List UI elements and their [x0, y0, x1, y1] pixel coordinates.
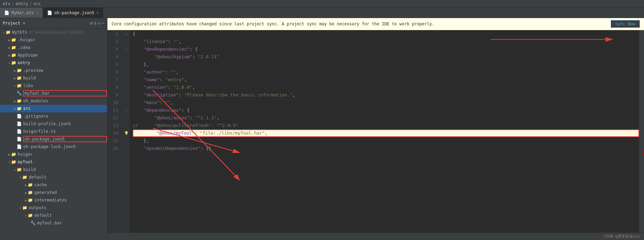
tree-item-libs[interactable]: ▾ 📁 libs: [0, 82, 107, 89]
file-icon-gitignore: 📄: [17, 114, 22, 119]
folder-icon-hvigor: 📁: [11, 37, 16, 42]
breadcrumb-item-ets[interactable]: ets: [3, 1, 10, 6]
locate-icon[interactable]: ⊕: [90, 21, 92, 26]
code-content[interactable]: { "license": "", "devDependencies": {: [130, 30, 639, 232]
sync-now-button[interactable]: Sync Now: [611, 20, 640, 28]
arrow-libs: ▾: [14, 84, 16, 88]
tree-item-cache[interactable]: ▶ 📁 cache: [0, 181, 107, 189]
tree-item-src[interactable]: ▶ 📁 src: [0, 105, 107, 112]
tree-item-mytoolbar[interactable]: 🔧 myTool.bar: [0, 219, 107, 227]
code-line-14: "@ohos/myTool": "file:./libs/myTool.har"…: [133, 129, 639, 137]
arrow-generated: ▶: [25, 191, 27, 195]
fold-2: [123, 38, 130, 45]
tree-item-hvigorfile[interactable]: ▶ 📄 hvigorfile.ts: [0, 128, 107, 135]
tree-item-outputs-default[interactable]: ▾ 📁 default: [0, 212, 107, 219]
key-main: "main": [143, 99, 160, 106]
tree-item-hvigor[interactable]: ▶ 📁 .hvigor: [0, 36, 107, 44]
fold-3[interactable]: ▾: [123, 45, 130, 53]
tree-item-ohpackagelock[interactable]: ▶ 📄 oh-package-lock.json5: [0, 143, 107, 151]
file-icon-buildprofile: 📄: [17, 121, 22, 126]
folder-icon-ohmodules: 📁: [17, 98, 22, 103]
tab-ohpackage-icon: 📄: [47, 10, 52, 15]
file-icon-hvigorfile: 📄: [17, 129, 22, 134]
tree-item-ohpackagejson5[interactable]: ▶ 📄 oh-package.json5: [0, 135, 107, 143]
tree-item-preview[interactable]: ▶ 📁 .preview: [0, 67, 107, 74]
fold-14: 💡: [123, 129, 130, 137]
line-num-15: 15: [107, 137, 120, 145]
code-line-3: "devDependencies": {: [133, 45, 639, 53]
fold-12: [123, 114, 130, 122]
tree-label-build: build: [23, 76, 107, 80]
folder-icon-preview: 📁: [17, 68, 22, 73]
fold-gutter: ▾ ▾ ▾ 💡: [123, 30, 130, 232]
tree-item-ohmodules[interactable]: ▶ 📁 oh_modules: [0, 97, 107, 105]
tree-item-appscope[interactable]: ▶ 📁 AppScope: [0, 51, 107, 59]
tree-label-default: default: [29, 175, 107, 180]
tree-item-mytoolhar[interactable]: 🔧 myTool.har: [0, 89, 107, 97]
tab-myhar-close[interactable]: ✕: [36, 10, 38, 15]
key-mytool: "@ohos/myTool": [157, 129, 195, 137]
fold-16: [123, 145, 130, 152]
arrow-default: ▾: [19, 175, 21, 179]
arrow-outputs: ▾: [19, 206, 21, 210]
folder-icon-idea: 📁: [11, 45, 16, 50]
tree-item-gitignore[interactable]: ▶ 📄 .gitignore: [0, 112, 107, 120]
close-sidebar-icon[interactable]: —: [102, 21, 104, 26]
tree-label-entry: entry: [18, 60, 107, 65]
attribution-text: CSDN @雪芽蓝域zzs: [604, 234, 640, 239]
tab-ohpackage[interactable]: 📄 oh-package.json5 ✕: [43, 8, 103, 18]
arrow-mytool: ▾: [8, 160, 10, 164]
folder-icon-default: 📁: [22, 175, 27, 180]
tree-item-entry[interactable]: ▾ 📁 entry: [0, 59, 107, 67]
arrow-ohmodules: ▶: [14, 99, 16, 103]
tree-item-outputs[interactable]: ▾ 📁 outputs: [0, 204, 107, 212]
tree-item-default[interactable]: ▾ 📁 default: [0, 173, 107, 181]
key-name: "name": [143, 76, 160, 84]
tree-item-hvigor2[interactable]: ▶ 📁 hvigor: [0, 151, 107, 158]
folder-icon-build: 📁: [17, 76, 22, 80]
breadcrumb-item-src[interactable]: src: [33, 1, 41, 6]
key-hypium: "@ohos/hypium": [155, 53, 193, 61]
fold-1[interactable]: ▾: [123, 30, 130, 38]
arrow-idea: ▶: [8, 46, 10, 50]
tree-label-generated: generated: [34, 190, 107, 195]
settings-icon[interactable]: ⚙: [98, 21, 100, 26]
line-num-9: 9: [107, 91, 120, 99]
folder-icon-mytool-build: 📁: [17, 167, 22, 172]
folder-icon-generated: 📁: [28, 190, 33, 195]
code-text-1: {: [133, 30, 135, 38]
line-num-5: 5: [107, 61, 120, 68]
code-line-8: "version": "1.0.0",: [133, 84, 639, 91]
tab-myhar[interactable]: 📄 MyHar.ets ✕: [0, 8, 43, 18]
code-editor[interactable]: 1 2 3 4 5 6 7 8 9 10 11 12 13 14: [107, 30, 644, 232]
fold-5: [123, 61, 130, 68]
folder-icon-appscope: 📁: [11, 53, 16, 58]
tree-item-wytets[interactable]: ▾ 📁 WytEts E:\HarmonyProject\WytEts: [0, 28, 107, 36]
line-num-4: 4: [107, 53, 120, 61]
tab-ohpackage-close[interactable]: ✕: [96, 10, 99, 15]
key-version: "version": [143, 84, 168, 91]
breadcrumb-item-entry[interactable]: entry: [16, 1, 28, 6]
tree-item-mytool[interactable]: ▾ 📁 myTool: [0, 158, 107, 166]
code-comment-13: // "@ohos/pulltorefresh": "^2.0.5": [133, 122, 238, 129]
tree-label-hvigorfile: hvigorfile.ts: [23, 129, 107, 134]
right-scrollbar[interactable]: [639, 30, 644, 232]
folder-icon-mytool: 📁: [11, 160, 16, 164]
fold-13: [123, 122, 130, 129]
tree-label-cache: cache: [34, 182, 107, 187]
tree-label-mytool-build: build: [23, 167, 107, 172]
notification-bar: Core configuration attributes have chang…: [107, 18, 644, 30]
tree-item-build[interactable]: ▶ 📁 build: [0, 74, 107, 82]
tree-item-intermediates[interactable]: ▶ 📁 intermediates: [0, 196, 107, 204]
tree-label-hvigor2: hvigor: [18, 152, 107, 157]
tree-item-buildprofile[interactable]: ▶ 📄 build-profile.json5: [0, 120, 107, 128]
line-num-13: 13: [107, 122, 120, 129]
tree-item-generated[interactable]: ▶ 📁 generated: [0, 189, 107, 196]
tree-item-mytool-build[interactable]: ▾ 📁 build: [0, 166, 107, 173]
key-license: "license": [143, 38, 168, 45]
folder-icon-outputs: 📁: [22, 205, 27, 210]
tree-item-idea[interactable]: ▶ 📁 .idea: [0, 44, 107, 51]
fold-11[interactable]: ▾: [123, 106, 130, 114]
tree-label-gitignore: .gitignore: [23, 114, 107, 119]
collapse-icon[interactable]: ≡: [94, 21, 96, 26]
